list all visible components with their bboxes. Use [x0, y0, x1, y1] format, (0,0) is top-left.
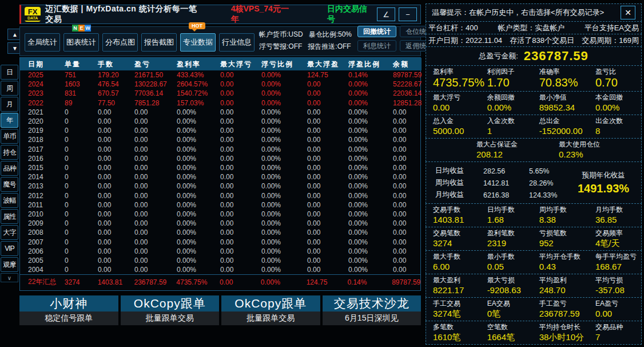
table-cell: 0.00: [385, 145, 422, 154]
table-row[interactable]: 200400.000.000.00%0.000.00%0.000.00%0.00: [20, 265, 422, 274]
table-row[interactable]: 201500.000.000.00%0.000.00%0.000.00%0.00: [20, 163, 422, 172]
banner-card[interactable]: 交易技术沙龙6月15日深圳见: [323, 295, 422, 325]
sidebar-item-大字[interactable]: 大字: [1, 225, 18, 240]
table-row[interactable]: 200700.000.000.00%0.000.00%0.000.00%0.00: [20, 238, 422, 247]
table-cell: 2005: [20, 256, 57, 265]
table-row[interactable]: 201300.000.000.00%0.000.00%0.000.00%0.00: [20, 182, 422, 191]
table-row[interactable]: 20228977.507851.28157.03%0.000.00%0.000.…: [20, 98, 422, 108]
table-row[interactable]: 201600.000.000.00%0.000.00%0.000.00%0.00: [20, 154, 422, 163]
table-cell: 0.00%: [169, 238, 212, 247]
table-cell: 0.00: [126, 191, 169, 200]
table-row[interactable]: 201100.000.000.00%0.000.00%0.000.00%0.00: [20, 200, 422, 210]
table-row[interactable]: 202100.000.000.00%0.000.00%0.000.00%0.00: [20, 108, 422, 117]
new-badge-letter: E: [78, 25, 85, 31]
sidebar-item-周[interactable]: 周: [1, 81, 18, 96]
sidebar-item-波幅[interactable]: 波幅: [1, 193, 18, 208]
table-cell: 0.00%: [253, 145, 299, 154]
table-row[interactable]: 201400.000.000.00%0.000.00%0.000.00%0.00: [20, 172, 422, 182]
table-cell: 0.00: [212, 135, 253, 144]
sidebar-more-chevron-icon[interactable]: ∨: [1, 273, 18, 282]
table-row[interactable]: 20241603476.54130228.672604.57%0.000.00%…: [20, 80, 422, 89]
table-cell: 0.00: [299, 80, 340, 89]
table-cell: 0.00%: [340, 135, 385, 144]
table-row[interactable]: 2023831670.5777036.141540.72%0.000.00%0.…: [20, 89, 422, 98]
table-cell: 0.00: [385, 163, 422, 172]
vps-promo-link[interactable]: 4核VPS_74元一年: [231, 4, 293, 25]
income-percent: 28.26%: [529, 177, 566, 189]
tab-全局统计[interactable]: 全局统计: [25, 33, 60, 52]
table-row[interactable]: 201800.000.000.00%0.000.00%0.000.00%0.00: [20, 135, 422, 144]
table-row[interactable]: 201000.000.000.00%0.000.00%0.000.00%0.00: [20, 210, 422, 219]
table-row[interactable]: 200800.000.000.00%0.000.00%0.000.00%0.00: [20, 228, 422, 237]
sidebar-item-单币[interactable]: 单币: [1, 129, 18, 144]
sidebar-item-月[interactable]: 月: [1, 97, 18, 112]
stat-value: 0.23%: [559, 149, 641, 160]
stat-label: 利润因子: [487, 68, 539, 76]
stat-value: 8221.17: [433, 285, 487, 295]
table-cell: 0.00%: [169, 219, 212, 228]
table-cell: 0: [57, 228, 90, 237]
sidebar-item-持仓[interactable]: 持仓: [1, 145, 18, 160]
tab-图表统计[interactable]: 图表统计NEW: [63, 33, 99, 52]
stat-value: 7: [595, 332, 641, 342]
income-label: 月均收益: [435, 189, 483, 201]
stat-cell: 交易品种7: [595, 323, 641, 342]
sidebar-item-属性[interactable]: 属性: [1, 209, 18, 224]
table-cell: 12851.28: [385, 98, 422, 108]
banner-card[interactable]: OkCopy跟单批量跟单交易: [221, 295, 320, 325]
sidebar-item-年[interactable]: 年: [1, 113, 18, 128]
table-cell: 0.00%: [169, 265, 212, 274]
table-cell: 0: [57, 238, 90, 247]
table-cell: 0.00%: [340, 200, 385, 210]
table-row[interactable]: 200900.000.000.00%0.000.00%0.000.00%0.00: [20, 219, 422, 228]
tab-行业信息[interactable]: 行业信息: [219, 33, 255, 52]
sidebar-item-魔号[interactable]: 魔号: [1, 177, 18, 192]
table-row[interactable]: 201900.000.000.00%0.000.00%0.000.00%0.00: [20, 126, 422, 135]
stat-value: 70.83%: [539, 76, 595, 89]
table-cell: 2010: [20, 210, 57, 219]
table-row[interactable]: 2025751179.2021671.50433.43%0.000.00%124…: [20, 70, 422, 80]
table-cell: 2020: [20, 117, 57, 126]
info-item: 平台杠杆：400: [428, 23, 478, 33]
table-row[interactable]: 201700.000.000.00%0.000.00%0.000.00%0.00: [20, 145, 422, 154]
table-row[interactable]: 200500.000.000.00%0.000.00%0.000.00%0.00: [20, 256, 422, 265]
intraday-signal-link[interactable]: 日内交易信号: [327, 4, 372, 25]
stat-cell: 交易手数1403.81: [433, 206, 487, 225]
table-row[interactable]: 201200.000.000.00%0.000.00%0.000.00%0.00: [20, 191, 422, 200]
stat-label: 平均亏损: [595, 276, 641, 285]
info-item: 开户日期：2022.11.04: [428, 36, 502, 46]
table-row[interactable]: 200600.000.000.00%0.000.00%0.000.00%0.00: [20, 247, 422, 256]
minimize-button[interactable]: −: [399, 7, 417, 21]
stat-value: 0.70: [595, 76, 641, 89]
tab-专业数据[interactable]: 专业数据HOT: [180, 33, 216, 52]
stat-button-回撤统计[interactable]: 回撤统计: [357, 26, 396, 37]
table-cell: 0.00%: [253, 154, 299, 163]
table-cell: 0: [57, 126, 90, 135]
table-cell: 0.00: [126, 265, 169, 274]
table-cell: 0.00%: [340, 163, 385, 172]
table-row[interactable]: 202000.000.000.00%0.000.00%0.000.00%0.00: [20, 117, 422, 126]
table-cell: 157.03%: [169, 98, 212, 108]
sidebar-item-观摩[interactable]: 观摩: [1, 257, 18, 272]
stat-label: 本金回撤: [595, 93, 641, 102]
stat-button-利息统计[interactable]: 利息统计: [357, 40, 396, 52]
banner-card[interactable]: OkCopy跟单批量跟单交易: [121, 295, 220, 325]
tab-报告截图[interactable]: 报告截图: [141, 33, 177, 52]
banner-subtitle: 6月15日深圳见: [323, 311, 422, 325]
banner-card[interactable]: 小财神稳定信号跟单: [19, 295, 118, 325]
sidebar-item-品种[interactable]: 品种: [1, 161, 18, 176]
sidebar-item-日[interactable]: 日: [1, 65, 18, 80]
stat-cell: EA盈亏0.00: [595, 299, 641, 319]
window-buttons: ∠ −: [377, 7, 417, 21]
angle-tool-button[interactable]: ∠: [377, 7, 395, 21]
sidebar-item-VIP[interactable]: VIP: [1, 241, 18, 256]
stat-cell: 平均持仓时长38小时10分: [539, 323, 595, 342]
close-icon[interactable]: ✕: [621, 6, 635, 19]
stat-value: 0.05: [487, 261, 539, 272]
tab-分布点图[interactable]: 分布点图: [102, 33, 138, 52]
table-cell: 0.00%: [340, 145, 385, 154]
table-cell: 0.00: [126, 228, 169, 237]
table-cell: 2604.57%: [169, 80, 212, 89]
table-cell: 0.00: [299, 200, 340, 210]
table-cell: 0.00: [299, 154, 340, 163]
